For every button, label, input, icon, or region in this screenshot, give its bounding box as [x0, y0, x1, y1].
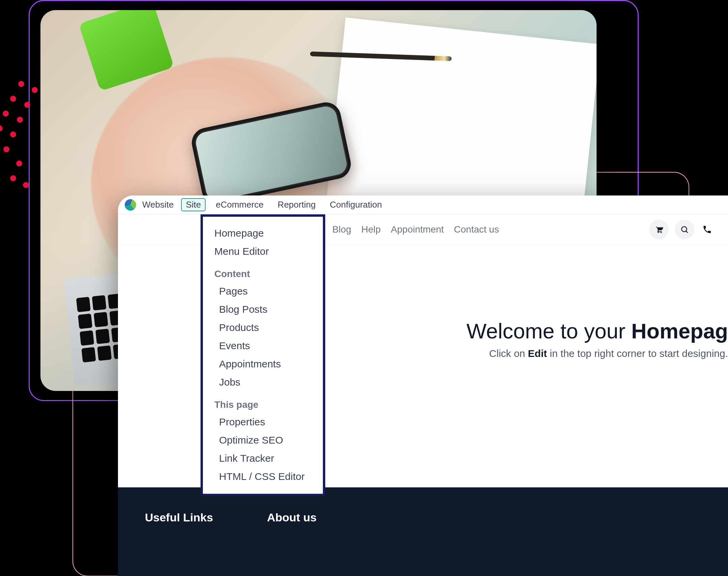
- welcome-bold: Homepag: [631, 319, 728, 343]
- admin-menu-bar: Website Site eCommerce Reporting Configu…: [118, 196, 728, 214]
- footer-col-useful-links: Useful Links: [145, 511, 213, 576]
- dd-optimize-seo[interactable]: Optimize SEO: [203, 431, 323, 449]
- site-dropdown-menu: Homepage Menu Editor Content Pages Blog …: [201, 214, 325, 496]
- phone-icon: [702, 225, 712, 234]
- admin-app-title: Website: [142, 200, 174, 210]
- sub-bold: Edit: [528, 348, 547, 359]
- dd-section-content: Content: [203, 261, 323, 282]
- admin-menu-ecommerce[interactable]: eCommerce: [212, 198, 268, 211]
- cart-button[interactable]: [649, 220, 669, 239]
- welcome-subtext: Click on Edit in the top right corner to…: [466, 348, 728, 359]
- app-logo-icon: [125, 199, 136, 211]
- nav-link-contact[interactable]: Contact us: [454, 224, 499, 235]
- admin-menu-site[interactable]: Site: [181, 198, 206, 211]
- dd-events[interactable]: Events: [203, 337, 323, 355]
- dd-section-this-page: This page: [203, 391, 323, 413]
- app-window: Website Site eCommerce Reporting Configu…: [118, 196, 728, 576]
- footer-heading-useful-links: Useful Links: [145, 511, 213, 524]
- svg-line-3: [686, 231, 688, 233]
- dd-link-tracker[interactable]: Link Tracker: [203, 449, 323, 467]
- cart-icon: [654, 225, 663, 234]
- dd-html-css-editor[interactable]: HTML / CSS Editor: [203, 467, 323, 486]
- search-icon: [680, 225, 689, 234]
- dd-homepage[interactable]: Homepage: [203, 224, 323, 242]
- search-button[interactable]: [675, 220, 694, 239]
- admin-menu-reporting[interactable]: Reporting: [274, 198, 320, 211]
- dd-pages[interactable]: Pages: [203, 282, 323, 300]
- svg-point-1: [661, 232, 662, 233]
- dd-appointments[interactable]: Appointments: [203, 355, 323, 373]
- decorative-dots: [0, 81, 64, 199]
- nav-link-appointment[interactable]: Appointment: [391, 224, 444, 235]
- dd-jobs[interactable]: Jobs: [203, 373, 323, 391]
- dd-products[interactable]: Products: [203, 318, 323, 337]
- welcome-heading: Welcome to your Homepag: [466, 319, 728, 343]
- dd-blog-posts[interactable]: Blog Posts: [203, 300, 323, 318]
- admin-menu-configuration[interactable]: Configuration: [326, 198, 386, 211]
- sub-prefix: Click on: [489, 348, 528, 359]
- svg-point-0: [658, 232, 659, 233]
- dd-properties[interactable]: Properties: [203, 413, 323, 431]
- footer-col-about-us: About us: [267, 511, 317, 576]
- nav-link-blog[interactable]: Blog: [332, 224, 351, 235]
- footer: Useful Links About us: [118, 487, 728, 576]
- dd-menu-editor[interactable]: Menu Editor: [203, 242, 323, 261]
- welcome-prefix: Welcome to your: [466, 319, 631, 343]
- sub-suffix: in the top right corner to start designi…: [547, 348, 728, 359]
- svg-point-2: [681, 227, 687, 232]
- nav-link-help[interactable]: Help: [361, 224, 381, 235]
- footer-heading-about-us: About us: [267, 511, 317, 524]
